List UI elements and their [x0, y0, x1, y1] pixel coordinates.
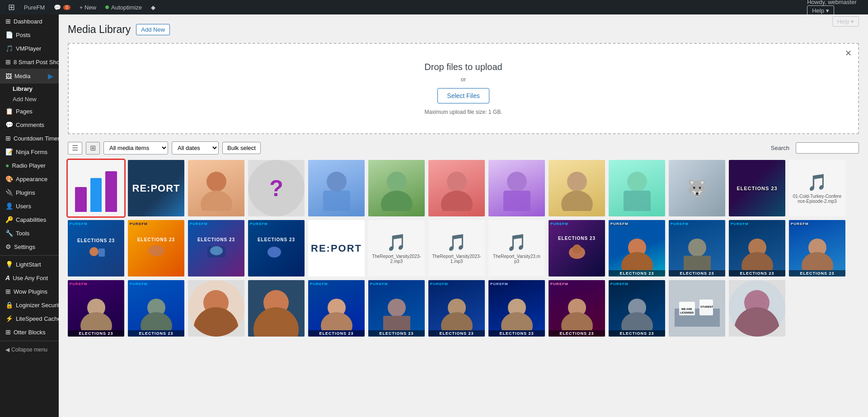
sidebar-label-otter: Otter Blocks [14, 329, 46, 336]
sidebar-item-wow[interactable]: ⊞ Wow Plugins [0, 285, 59, 298]
new-label: + New [80, 4, 96, 11]
grid-view-button[interactable]: ⊞ [86, 142, 100, 155]
media-item[interactable]: PUREFM ELECTIONS 23 [368, 280, 425, 337]
media-item[interactable]: PUREFM ELECTIONS 23 [609, 280, 665, 337]
media-item[interactable] [488, 160, 545, 216]
media-item[interactable] [549, 160, 605, 216]
media-item[interactable]: PUREFM ELECTIONS 23 [428, 280, 485, 337]
sidebar-sub-library[interactable]: Library [0, 84, 59, 94]
svg-point-57 [734, 307, 779, 337]
media-item[interactable] [428, 160, 485, 216]
adminbar-autoptimize[interactable]: Autoptimize [101, 0, 146, 14]
media-item[interactable] [188, 160, 244, 216]
help-dropdown-button[interactable]: Help ▾ [832, 16, 859, 27]
sidebar-item-capabilities[interactable]: 🔑 Capabilities [0, 213, 59, 226]
media-item[interactable]: PUREFM ELECTIONS 23 [669, 220, 725, 276]
sidebar-label-lightstart: LightStart [16, 261, 41, 268]
adminbar-comments[interactable]: 💬 0 [49, 0, 75, 14]
sidebar-item-countdown[interactable]: ⊞ Countdown Timer [0, 131, 59, 145]
svg-point-1 [201, 191, 232, 211]
sidebar-item-posts[interactable]: 📄 Posts [0, 28, 59, 42]
media-item[interactable]: PUREFM ELECTIONS 23 [308, 280, 365, 337]
upload-zone-close-button[interactable]: ✕ [845, 48, 852, 58]
media-item[interactable]: 🎵 TheReport_Varsity2023-2.mp3 [368, 220, 425, 276]
media-item[interactable]: 🎵 01-Cold-Turkey-Conference-Episode-2.mp… [789, 160, 845, 216]
adminbar-diamond[interactable]: ◆ [146, 0, 160, 14]
media-item[interactable]: 🎵 TheReport_Varsity23.mp3 [488, 220, 545, 276]
upload-zone-title: Drop files to upload [78, 62, 849, 72]
svg-text:STUDENT: STUDENT [700, 305, 713, 308]
sidebar-label-vmplayer: VMPlayer [16, 45, 41, 52]
svg-rect-25 [684, 256, 711, 270]
media-type-filter[interactable]: All media items Images Audio Video Docum… [103, 141, 168, 155]
svg-point-18 [210, 246, 223, 255]
media-item[interactable]: PUREFM ELECTIONS 23 [188, 220, 244, 276]
media-item[interactable] [188, 280, 244, 337]
media-item[interactable]: PUREFM ELECTIONS 23 [549, 280, 605, 337]
media-item[interactable]: PUREFM ELECTIONS 23 [128, 280, 184, 337]
media-item[interactable]: PUREFM ELECTIONS 23 [609, 220, 665, 276]
sidebar-item-ninja-forms[interactable]: 📝 Ninja Forms [0, 145, 59, 159]
adminbar-new[interactable]: + New [75, 0, 101, 14]
media-item[interactable]: 🐺 [669, 160, 725, 216]
sidebar-item-appearance[interactable]: 🎨 Appearance [0, 172, 59, 186]
sidebar-item-loginizer[interactable]: 🔒 Loginizer Security [0, 298, 59, 312]
date-filter[interactable]: All dates 2023 2022 2021 [172, 141, 219, 155]
media-item[interactable]: RE:PORT [308, 220, 365, 276]
posts-icon: 📄 [5, 31, 13, 38]
media-item[interactable] [729, 280, 785, 337]
select-files-button[interactable]: Select Files [437, 88, 489, 103]
svg-point-39 [321, 312, 352, 330]
add-new-button[interactable]: Add New [136, 24, 170, 35]
wow-icon: ⊞ [5, 288, 11, 295]
svg-rect-41 [383, 316, 410, 330]
media-item[interactable]: PUREFM ELECTIONS 23 [68, 220, 124, 276]
sidebar-item-tools[interactable]: 🔧 Tools [0, 226, 59, 240]
media-item[interactable] [609, 160, 665, 216]
sidebar-item-smart-post-show[interactable]: ⊞ 8 Smart Post Show [0, 55, 59, 69]
sidebar-item-pages[interactable]: 📋 Pages [0, 104, 59, 118]
media-item[interactable] [308, 160, 365, 216]
sidebar-item-users[interactable]: 👤 Users [0, 199, 59, 213]
sidebar-item-media[interactable]: 🖼 Media ▶ [0, 69, 59, 84]
adminbar-wp-logo[interactable]: ⊞ [4, 0, 19, 14]
media-item[interactable]: PUREFM ELECTIONS 23 [729, 220, 785, 276]
media-item[interactable]: PUREFM ELECTIONS 23 [789, 220, 845, 276]
collapse-menu-button[interactable]: ◀ Collapse menu [0, 343, 59, 356]
plugins-icon: 🔌 [5, 189, 13, 196]
sidebar-item-lightstart[interactable]: 💡 LightStart [0, 258, 59, 271]
media-item[interactable]: ELECTIONS 23 [729, 160, 785, 216]
sidebar-label-appearance: Appearance [16, 176, 47, 183]
list-view-button[interactable]: ☰ [68, 142, 82, 155]
media-item[interactable] [248, 280, 305, 337]
media-item[interactable] [368, 160, 425, 216]
media-item[interactable]: ? [248, 160, 305, 216]
media-item[interactable]: PUREFM ELECTIONS 23 [68, 280, 124, 337]
media-item[interactable]: PUREFM ELECTIONS 23 [488, 280, 545, 337]
page-title: Media Library [68, 23, 131, 36]
adminbar-site-name[interactable]: PureFM [19, 0, 49, 14]
media-item[interactable]: PUREFM ELECTIONS 23 [248, 220, 305, 276]
media-item[interactable] [68, 160, 124, 216]
sidebar-item-plugins[interactable]: 🔌 Plugins [0, 186, 59, 199]
font-icon: A [5, 274, 10, 281]
sidebar-item-radio[interactable]: ● Radio Player [0, 159, 59, 172]
sidebar-item-dashboard[interactable]: ⊞ Dashboard [0, 14, 59, 28]
sidebar-item-vmplayer[interactable]: 🎵 VMPlayer [0, 42, 59, 55]
media-item[interactable]: WE ARE LICENSED STUDENT [669, 280, 725, 337]
media-item[interactable]: PUREFM ELECTIONS 23 [128, 220, 184, 276]
media-item[interactable]: RE:PORT [128, 160, 184, 216]
sidebar-sub-add-new[interactable]: Add New [0, 94, 59, 104]
collapse-icon: ◀ [5, 347, 9, 353]
sidebar-item-otter[interactable]: ⊞ Otter Blocks [0, 325, 59, 339]
bulk-select-button[interactable]: Bulk select [222, 142, 261, 154]
media-item[interactable]: 🎵 TheReport_Varsity2023-1.mp3 [428, 220, 485, 276]
media-item[interactable]: PUREFM ELECTIONS 23 [549, 220, 605, 276]
sidebar-item-litespeed[interactable]: ⚡ LiteSpeed Cache [0, 312, 59, 325]
sidebar-item-comments[interactable]: 💬 Comments [0, 118, 59, 131]
sidebar-item-use-any-font[interactable]: A Use Any Font [0, 271, 59, 285]
svg-point-4 [387, 172, 407, 192]
ninja-icon: 📝 [5, 148, 13, 155]
sidebar-item-settings[interactable]: ⚙ Settings [0, 240, 59, 253]
search-input[interactable] [796, 142, 859, 154]
